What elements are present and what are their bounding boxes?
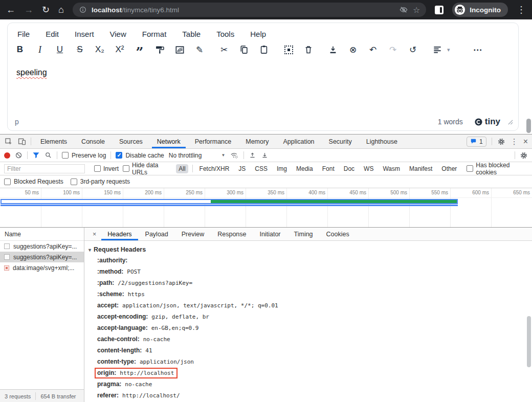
- preserve-log-checkbox[interactable]: [62, 152, 69, 159]
- filter-type-js[interactable]: JS: [236, 164, 248, 173]
- invert-checkbox[interactable]: [94, 165, 101, 172]
- tab-sources[interactable]: Sources: [114, 135, 148, 148]
- restore-draft-button[interactable]: ↺: [407, 43, 419, 56]
- resize-handle[interactable]: [507, 119, 513, 125]
- home-icon[interactable]: ⌂: [58, 5, 64, 14]
- filter-type-wasm[interactable]: Wasm: [380, 164, 403, 173]
- filter-type-fetch-xhr[interactable]: Fetch/XHR: [197, 164, 232, 173]
- device-toolbar-icon[interactable]: [17, 137, 27, 146]
- filter-type-media[interactable]: Media: [294, 164, 316, 173]
- menu-help[interactable]: Help: [250, 30, 266, 38]
- filter-type-manifest[interactable]: Manifest: [407, 164, 435, 173]
- devtools-menu-icon[interactable]: ⋮: [511, 137, 518, 146]
- record-button[interactable]: [4, 152, 10, 159]
- filter-type-all[interactable]: All: [176, 164, 188, 173]
- tab-application[interactable]: Application: [278, 135, 319, 148]
- menu-tools[interactable]: Tools: [216, 30, 234, 38]
- devtools-settings-icon[interactable]: [497, 138, 505, 146]
- tab-lighthouse[interactable]: Lighthouse: [361, 135, 403, 148]
- details-tab-preview[interactable]: Preview: [175, 228, 210, 240]
- back-icon[interactable]: ←: [6, 5, 15, 14]
- filter-toggle-icon[interactable]: [32, 151, 40, 159]
- browser-menu-icon[interactable]: ⋮: [517, 5, 526, 14]
- forward-icon[interactable]: →: [24, 5, 33, 14]
- align-button[interactable]: [431, 43, 444, 56]
- permanent-pen-button[interactable]: ✎: [193, 43, 206, 56]
- subscript-button[interactable]: X₂: [94, 43, 106, 56]
- strikethrough-button[interactable]: S: [74, 43, 86, 56]
- details-tab-headers[interactable]: Headers: [101, 228, 138, 240]
- network-settings-icon[interactable]: [520, 151, 528, 160]
- bookmark-star-icon[interactable]: ☆: [413, 5, 420, 15]
- redo-button[interactable]: ↷: [387, 43, 399, 56]
- throttling-select[interactable]: No throttling ▼: [169, 152, 226, 159]
- details-tab-timing[interactable]: Timing: [288, 228, 319, 240]
- has-blocked-cookies-checkbox[interactable]: [467, 165, 473, 172]
- details-tab-initiator[interactable]: Initiator: [254, 228, 287, 240]
- tab-performance[interactable]: Performance: [190, 135, 237, 148]
- filter-type-doc[interactable]: Doc: [341, 164, 357, 173]
- tab-memory[interactable]: Memory: [240, 135, 274, 148]
- eye-blocked-icon[interactable]: [399, 5, 408, 14]
- undo-button[interactable]: ↶: [367, 43, 379, 56]
- tab-console[interactable]: Console: [76, 135, 110, 148]
- devtools-close-icon[interactable]: ×: [523, 137, 528, 146]
- inspect-element-icon[interactable]: [4, 137, 13, 146]
- menu-file[interactable]: File: [17, 30, 30, 38]
- align-chevron-icon[interactable]: ▾: [447, 47, 450, 53]
- tab-elements[interactable]: Elements: [35, 135, 72, 148]
- clear-button[interactable]: [15, 151, 23, 159]
- third-party-requests-checkbox[interactable]: [71, 178, 77, 185]
- page-info-icon[interactable]: [79, 6, 87, 14]
- request-headers-section[interactable]: ▾ Request Headers: [84, 241, 532, 255]
- blocked-requests-checkbox[interactable]: [4, 178, 11, 185]
- filter-type-img[interactable]: Img: [274, 164, 290, 173]
- menu-format[interactable]: Format: [142, 30, 167, 38]
- import-har-icon[interactable]: [249, 151, 256, 159]
- element-path[interactable]: p: [15, 118, 19, 126]
- details-tab-response[interactable]: Response: [211, 228, 252, 240]
- details-tab-cookies[interactable]: Cookies: [320, 228, 356, 240]
- page-scrollbar-thumb[interactable]: [526, 119, 531, 133]
- reload-icon[interactable]: ↻: [42, 5, 50, 14]
- details-close-icon[interactable]: ×: [88, 228, 100, 240]
- search-icon[interactable]: [45, 151, 52, 159]
- export-button[interactable]: [327, 43, 339, 56]
- cancel-button[interactable]: ⊗: [347, 43, 359, 56]
- select-all-button[interactable]: [282, 43, 295, 56]
- request-row-selected[interactable]: suggestions?apiKey=...: [0, 252, 84, 262]
- disable-cache-checkbox[interactable]: [116, 152, 122, 159]
- menu-view[interactable]: View: [110, 30, 126, 38]
- word-count[interactable]: 1 words: [438, 118, 463, 126]
- request-row[interactable]: suggestions?apiKey=...: [0, 241, 84, 252]
- address-bar[interactable]: localhost/tinymce/tiny6.html ☆: [73, 3, 426, 17]
- cut-button[interactable]: ✂: [218, 43, 230, 56]
- filter-type-ws[interactable]: WS: [361, 164, 376, 173]
- filter-input[interactable]: [4, 164, 85, 173]
- bold-button[interactable]: B: [14, 43, 26, 56]
- issues-badge[interactable]: 1: [467, 137, 486, 147]
- format-painter-button[interactable]: [153, 43, 166, 56]
- editor-content-area[interactable]: speeling: [8, 60, 518, 113]
- paste-button[interactable]: [258, 43, 270, 56]
- tiny-brand[interactable]: tiny: [474, 117, 500, 127]
- filter-type-other[interactable]: Other: [439, 164, 459, 173]
- misspelled-word[interactable]: speeling: [16, 68, 47, 77]
- details-tab-payload[interactable]: Payload: [139, 228, 174, 240]
- menu-edit[interactable]: Edit: [46, 30, 59, 38]
- delete-button[interactable]: [302, 43, 315, 56]
- name-column-header[interactable]: Name: [0, 228, 84, 241]
- request-row[interactable]: data:image/svg+xml;...: [0, 262, 84, 273]
- underline-button[interactable]: U: [54, 43, 66, 56]
- more-button[interactable]: ⋯: [472, 43, 484, 56]
- copy-button[interactable]: [238, 43, 250, 56]
- superscript-button[interactable]: X²: [114, 43, 126, 56]
- italic-button[interactable]: I: [34, 43, 46, 56]
- details-scrollbar-thumb[interactable]: [527, 316, 531, 367]
- tab-security[interactable]: Security: [324, 135, 357, 148]
- side-panel-icon[interactable]: [435, 6, 444, 14]
- menu-table[interactable]: Table: [182, 30, 201, 38]
- network-conditions-icon[interactable]: [230, 151, 239, 160]
- export-har-icon[interactable]: [261, 151, 269, 159]
- menu-insert[interactable]: Insert: [75, 30, 94, 38]
